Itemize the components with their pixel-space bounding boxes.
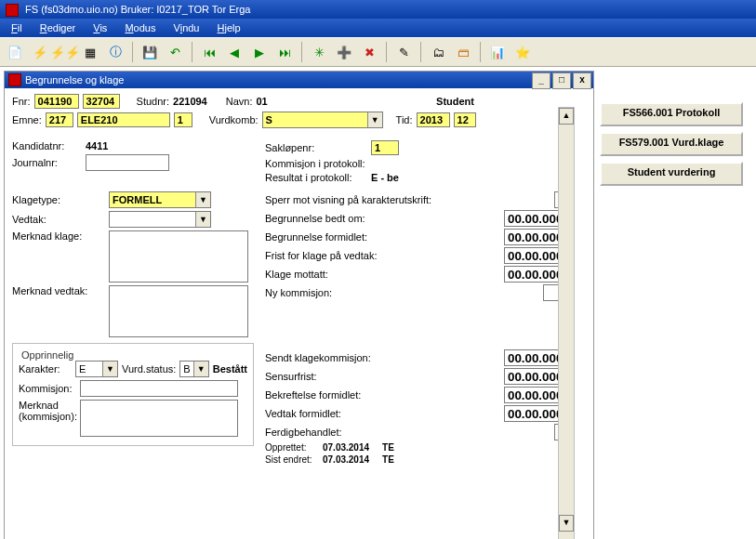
tool-run-icon[interactable]: ⚡ [29,41,51,63]
vurd-status-combo[interactable]: B ▼ [179,361,208,377]
sendt-label: Sendt klagekommisjon: [265,352,371,363]
tool-first-icon[interactable]: ⏮ [198,41,220,63]
navn-value: 01 [257,96,268,107]
begr-form-label: Begrunnelse formidlet: [265,231,367,243]
tool-new-icon[interactable]: ✳ [308,41,330,63]
merknad-klage-label: Merknad klage: [12,230,105,242]
window-buttons: _ □ x [532,72,591,89]
saklopenr-field[interactable]: 1 [371,140,399,155]
tool-doc-icon[interactable]: 📄 [4,41,26,63]
merknad-vedtak-field[interactable] [109,285,248,337]
journalnr-field[interactable] [86,154,169,171]
merknad-klage-field[interactable] [109,230,248,283]
opprettet-label: Opprettet: [265,442,319,453]
toolbar: 📄 ⚡ ⚡⚡ ▦ ⓘ 💾 ↶ ⏮ ◀ ▶ ⏭ ✳ ➕ ✖ ✎ 🗂 🗃 📊 ⭐ [0,37,756,67]
tid-label: Tid: [396,114,413,125]
tool-grid-icon[interactable]: ▦ [79,41,101,63]
begr-bedt-label: Begrunnelse bedt om: [265,213,365,224]
panel-title: Begrunnelse og klage [25,72,124,88]
opp-merknad-label: Merknad (kommisjon): [19,400,76,422]
menu-rediger[interactable]: Rediger [40,22,76,33]
sist-endret-by: TE [382,454,394,465]
close-button[interactable]: x [573,72,591,89]
fnr2-field[interactable]: 32704 [83,94,120,109]
klagetype-value: FORMELL [110,194,195,205]
protokoll-button[interactable]: FS566.001 Protokoll [600,102,743,126]
studnr-label: Studnr: [137,96,169,107]
vurdkomb-combo[interactable]: S ▼ [262,112,383,128]
vedtak-combo[interactable]: ▼ [109,211,211,228]
menu-vis[interactable]: Vis [93,22,107,33]
emne3-field[interactable]: 1 [174,112,192,127]
vurdkomb-value: S [263,114,367,125]
ny-komm-label: Ny kommisjon: [265,287,332,298]
toolbar-sep-6 [480,42,481,62]
menu-bar: Fil Rediger Vis Modus Vindu Hjelp [0,19,756,37]
emne2-field[interactable]: ELE210 [77,112,170,127]
tool-module2-icon[interactable]: 🗃 [452,41,474,63]
karakter-combo[interactable]: E ▼ [75,361,118,377]
tool-insert-icon[interactable]: ➕ [333,41,355,63]
opprettet-by: TE [382,442,394,453]
toolbar-sep-2 [192,42,192,62]
studnr-value: 221094 [173,96,207,107]
tid1-field[interactable]: 2013 [417,112,450,127]
tool-delete-icon[interactable]: ✖ [358,41,380,63]
opprettet-date: 07.03.2014 [323,442,369,453]
sist-endret-date: 07.03.2014 [323,454,369,465]
chevron-down-icon: ▼ [367,112,382,127]
panel-header: Begrunnelse og klage [5,72,593,88]
tool-next-icon[interactable]: ▶ [248,41,271,63]
tool-edit-icon[interactable]: ✎ [392,41,415,63]
minimize-button[interactable]: _ [532,72,550,89]
menu-fil[interactable]: Fil [11,22,22,33]
chevron-down-icon: ▼ [193,362,208,376]
opp-merknad-field[interactable] [80,400,238,437]
emne1-field[interactable]: 217 [46,112,73,127]
tool-undo-icon[interactable]: ↶ [164,41,186,63]
vurd-status-value: B [180,363,192,375]
tool-run-multi-icon[interactable]: ⚡⚡ [54,41,76,63]
vedtak-label: Vedtak: [12,214,105,225]
maximize-button[interactable]: □ [552,72,571,89]
klage-mottatt-label: Klage mottatt: [265,269,328,280]
sist-endret-label: Sist endret: [265,454,319,465]
tool-save-icon[interactable]: 💾 [139,41,161,63]
tool-info-icon[interactable]: ⓘ [104,41,126,63]
tid2-field[interactable]: 12 [454,112,476,127]
merknad-vedtak-label: Merknad vedtak: [12,285,105,296]
tool-report-icon[interactable]: 📊 [486,41,509,63]
side-panel: FS566.001 Protokoll FS579.001 Vurd.klage… [596,67,756,539]
res-prot-label: Resultat i protokoll: [265,172,367,183]
klagetype-combo[interactable]: FORMELL ▼ [109,191,211,208]
tool-prev-icon[interactable]: ◀ [223,41,245,63]
workspace: Begrunnelse og klage _ □ x Fnr: 041190 3… [0,67,756,539]
tool-last-icon[interactable]: ⏭ [273,41,296,63]
opp-kommisjon-field[interactable] [80,380,238,397]
panel-scrollbar[interactable]: ▲ ▼ [558,107,575,539]
chevron-down-icon: ▼ [195,192,210,207]
toolbar-sep-5 [420,42,421,62]
app-icon [6,4,19,17]
app-titlebar: FS (fs03dmo.uio.no) Bruker: I0217_TOR To… [0,0,756,19]
tool-module1-icon[interactable]: 🗂 [427,41,449,63]
menu-vindu[interactable]: Vindu [174,22,200,33]
scroll-down-icon[interactable]: ▼ [559,515,574,532]
opprinnelig-legend: Opprinnelig [19,349,76,361]
saklopenr-label: Sakløpenr: [265,142,367,153]
fnr-label: Fnr: [12,96,31,107]
vurd-klage-button[interactable]: FS579.001 Vurd.klage [600,132,743,156]
res-prot-value: E - be [371,172,399,183]
sensurfrist-label: Sensurfrist: [265,371,317,382]
toolbar-sep-4 [386,42,387,62]
emne-label: Emne: [12,114,42,125]
menu-hjelp[interactable]: Hjelp [218,22,241,33]
fnr1-field[interactable]: 041190 [34,94,79,109]
menu-modus[interactable]: Modus [125,22,155,33]
student-vurdering-button[interactable]: Student vurdering [600,162,743,186]
tool-star-icon[interactable]: ⭐ [511,41,534,63]
opp-kommisjon-label: Kommisjon: [19,383,76,394]
toolbar-sep-1 [132,42,133,62]
scroll-up-icon[interactable]: ▲ [559,108,574,125]
komm-prot-label: Kommisjon i protokoll: [265,158,365,169]
